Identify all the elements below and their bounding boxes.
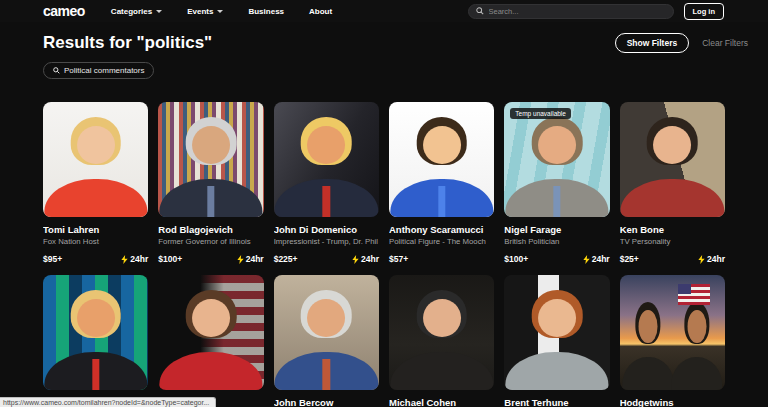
talent-price: $25+ <box>620 254 639 264</box>
lightning-bolt-icon <box>352 255 359 264</box>
lightning-bolt-icon <box>698 255 705 264</box>
person-silhouette <box>622 289 675 390</box>
talent-name: Tomi Lahren <box>43 224 148 235</box>
person-silhouette <box>158 102 263 217</box>
delivery-time: 24hr <box>698 254 725 264</box>
person-silhouette <box>389 275 494 390</box>
talent-name: Rod Blagojevich <box>158 224 263 235</box>
talent-photo <box>389 275 494 390</box>
talent-photo <box>274 275 379 390</box>
nav-item-about[interactable]: About <box>309 7 332 16</box>
delivery-time: 24hr <box>352 254 379 264</box>
talent-card[interactable]: John Di Domenico Impressionist - Trump, … <box>274 102 379 264</box>
lightning-bolt-icon <box>583 255 590 264</box>
talent-meta: $57+ <box>389 254 494 264</box>
nav-item-label: About <box>309 7 332 16</box>
person-silhouette <box>504 275 609 390</box>
person-silhouette <box>274 275 379 390</box>
talent-subtitle: Fox Nation Host <box>43 237 148 246</box>
top-nav-bar: cameo Categories Events Business About L… <box>0 0 768 22</box>
talent-price: $95+ <box>43 254 62 264</box>
browser-status-bar-url: https://www.cameo.com/tomilahren?nodeId=… <box>0 397 216 407</box>
talent-price: $100+ <box>158 254 182 264</box>
us-flag <box>678 284 710 305</box>
filter-actions: Show Filters Clear Filters <box>615 33 748 53</box>
talent-card[interactable]: Anthony Scaramucci Political Figure - Th… <box>389 102 494 264</box>
delivery-label: 24hr <box>361 254 379 264</box>
log-in-button[interactable]: Log in <box>684 3 725 20</box>
talent-subtitle: British Politician <box>504 237 609 246</box>
talent-card[interactable]: Sarah Palin Former Governor of Alaska <box>158 275 263 407</box>
talent-subtitle: Political Figure - The Mooch <box>389 237 494 246</box>
talent-meta: $25+ 24hr <box>620 254 725 264</box>
talent-name: John Bercow <box>274 397 379 407</box>
talent-card[interactable]: Tomi Lahren Fox Nation Host $95+ 24hr <box>43 102 148 264</box>
talent-name: John Di Domenico <box>274 224 379 235</box>
talent-photo <box>504 275 609 390</box>
talent-photo <box>43 102 148 217</box>
talent-subtitle: Former Governor of Illinois <box>158 237 263 246</box>
talent-photo <box>389 102 494 217</box>
delivery-time: 24hr <box>121 254 148 264</box>
cameo-logo[interactable]: cameo <box>43 3 85 19</box>
nav-item-categories[interactable]: Categories <box>111 7 162 16</box>
active-filters-row: Political commentators <box>43 60 725 79</box>
nav-item-label: Categories <box>111 7 152 16</box>
delivery-label: 24hr <box>130 254 148 264</box>
talent-name: Nigel Farage <box>504 224 609 235</box>
search-bar[interactable] <box>468 4 674 19</box>
talent-card[interactable]: Rod Blagojevich Former Governor of Illin… <box>158 102 263 264</box>
delivery-time: 24hr <box>583 254 610 264</box>
person-silhouette <box>389 102 494 217</box>
nav-item-events[interactable]: Events <box>187 7 223 16</box>
talent-card[interactable]: Ken Bone TV Personality $25+ 24hr <box>620 102 725 264</box>
talent-name: Hodgetwins <box>620 397 725 407</box>
talent-meta: $100+ 24hr <box>504 254 609 264</box>
talent-meta: $225+ 24hr <box>274 254 379 264</box>
talent-photo <box>620 102 725 217</box>
talent-card[interactable]: Phillip Wilburn Trump Impre... Donald Tr… <box>43 275 148 407</box>
show-filters-button[interactable]: Show Filters <box>615 33 690 53</box>
talent-card[interactable]: John Bercow Former Speaker of the House … <box>274 275 379 407</box>
talent-photo: Temp unavailable <box>504 102 609 217</box>
talent-card[interactable]: Brent Terhune Comedian <box>504 275 609 407</box>
clear-filters-button[interactable]: Clear Filters <box>702 38 748 48</box>
talent-card[interactable]: Michael Cohen Former Attorney & Author -… <box>389 275 494 407</box>
talent-price: $100+ <box>504 254 528 264</box>
nav-item-label: Business <box>248 7 284 16</box>
filter-chip-political-commentators[interactable]: Political commentators <box>43 62 154 79</box>
nav-links: Categories Events Business About <box>111 7 332 16</box>
talent-meta: $95+ 24hr <box>43 254 148 264</box>
nav-item-business[interactable]: Business <box>248 7 284 16</box>
talent-photo <box>43 275 148 390</box>
results-header: Results for "politics" Show Filters Clea… <box>43 33 748 53</box>
person-silhouette <box>43 275 148 390</box>
talent-name: Ken Bone <box>620 224 725 235</box>
person-silhouette <box>43 102 148 217</box>
talent-name: Michael Cohen <box>389 397 494 407</box>
person-silhouette <box>274 102 379 217</box>
talent-card[interactable]: Temp unavailable Nigel Farage British Po… <box>504 102 609 264</box>
delivery-time: 24hr <box>237 254 264 264</box>
talent-card[interactable]: Hodgetwins YouTuber - Comedian - Politic… <box>620 275 725 407</box>
lightning-bolt-icon <box>237 255 244 264</box>
filter-chip-label: Political commentators <box>64 66 144 75</box>
talent-name: Anthony Scaramucci <box>389 224 494 235</box>
search-icon <box>476 7 484 15</box>
person-silhouette <box>504 102 609 217</box>
lightning-bolt-icon <box>121 255 128 264</box>
talent-price: $57+ <box>389 254 408 264</box>
talent-photo <box>158 275 263 390</box>
delivery-label: 24hr <box>246 254 264 264</box>
talent-photo <box>158 102 263 217</box>
availability-badge: Temp unavailable <box>510 108 571 119</box>
delivery-label: 24hr <box>707 254 725 264</box>
results-grid: Tomi Lahren Fox Nation Host $95+ 24hr Ro… <box>43 102 725 407</box>
chevron-down-icon <box>156 10 162 13</box>
talent-subtitle: Impressionist - Trump, Dr. Phil & G... <box>274 237 379 246</box>
search-input[interactable] <box>489 7 666 16</box>
page-title: Results for "politics" <box>43 33 212 53</box>
nav-item-label: Events <box>187 7 213 16</box>
chevron-down-icon <box>217 10 223 13</box>
talent-photo <box>274 102 379 217</box>
